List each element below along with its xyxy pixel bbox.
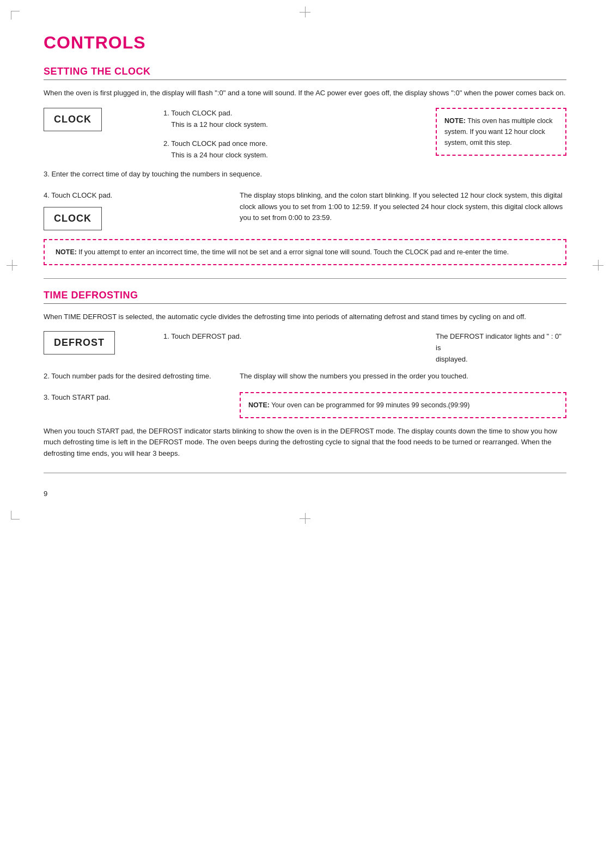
- defrost-note-text: Your oven can be programmed for 99 minut…: [270, 401, 470, 409]
- defrost-step-3-left: 3. Touch START pad.: [44, 392, 229, 408]
- setting-clock-intro: When the oven is first plugged in, the d…: [44, 88, 566, 99]
- clock-steps-1-2-block: CLOCK 1. Touch CLOCK pad. This is a 12 h…: [44, 108, 566, 161]
- clock-step-4-block: 4. Touch CLOCK pad. CLOCK The display st…: [44, 190, 566, 230]
- step-1-line1: Touch CLOCK pad.: [171, 109, 232, 117]
- defrost-step-1-right: The DEFROST indicator lights and " : 0" …: [436, 331, 566, 365]
- defrost-step-3-label: 3. Touch START pad.: [44, 392, 229, 404]
- step-2-text: 2. Touch CLOCK pad once more. This is a …: [163, 138, 425, 161]
- defrost-button: DEFROST: [44, 331, 115, 354]
- step-4-label: 4. Touch CLOCK pad.: [44, 190, 229, 201]
- defrost-button-container: DEFROST: [44, 331, 152, 354]
- defrost-step-1-right-2: displayed.: [436, 355, 468, 363]
- step-2-line2: This is a 24 hour clock system.: [171, 151, 268, 159]
- clock-button-2: CLOCK: [44, 207, 102, 230]
- defrost-step-2-right: The display will show the numbers you pr…: [240, 371, 566, 382]
- time-defrosting-heading: TIME DEFROSTING: [44, 290, 566, 304]
- clock-step-4-left: 4. Touch CLOCK pad. CLOCK: [44, 190, 229, 230]
- clock-note-2-text: If you attempt to enter an incorrect tim…: [77, 248, 509, 256]
- section-divider-2: [44, 473, 566, 473]
- defrost-step-2-right-text: The display will show the numbers you pr…: [240, 371, 566, 382]
- setting-clock-heading: SETTING THE CLOCK: [44, 66, 566, 80]
- step-2-line1: Touch CLOCK pad once more.: [171, 139, 267, 148]
- defrost-step-1-text: 1. Touch DEFROST pad.: [163, 331, 425, 343]
- page-title: CONTROLS: [44, 33, 566, 53]
- clock-note-1-label: NOTE:: [444, 117, 466, 125]
- step-1-text: 1. Touch CLOCK pad. This is a 12 hour cl…: [163, 108, 425, 131]
- defrost-step-1-block: DEFROST 1. Touch DEFROST pad. The DEFROS…: [44, 331, 566, 365]
- defrost-step-2-block: 2. Touch number pads for the desired def…: [44, 371, 566, 387]
- step-1-num: 1.: [163, 109, 169, 117]
- defrost-step-1-action: Touch DEFROST pad.: [171, 332, 241, 340]
- defrost-step-2-left: 2. Touch number pads for the desired def…: [44, 371, 229, 387]
- clock-note-2-label: NOTE:: [56, 248, 77, 256]
- step-3-text: 3. Enter the correct time of day by touc…: [44, 169, 566, 180]
- clock-note-2: NOTE: If you attempt to enter an incorre…: [44, 239, 566, 265]
- defrost-step-3-block: 3. Touch START pad. NOTE: Your oven can …: [44, 392, 566, 418]
- section-divider-1: [44, 278, 566, 279]
- defrost-note-label: NOTE:: [248, 401, 270, 409]
- defrost-step-1-right-1: The DEFROST indicator lights and " : 0" …: [436, 332, 562, 352]
- defrost-step-1-label: 1. Touch DEFROST pad.: [163, 331, 425, 343]
- defrost-step-2-label: 2. Touch number pads for the desired def…: [44, 371, 229, 382]
- page-number: 9: [44, 490, 566, 498]
- clock-note-1-container: NOTE: This oven has multiple clock syste…: [436, 108, 566, 156]
- time-defrosting-intro: When TIME DEFROST is selected, the autom…: [44, 311, 566, 323]
- defrost-note-container: NOTE: Your oven can be programmed for 99…: [240, 392, 566, 418]
- clock-steps-1-2-text: 1. Touch CLOCK pad. This is a 12 hour cl…: [163, 108, 425, 161]
- clock-note-1: NOTE: This oven has multiple clock syste…: [436, 108, 566, 156]
- defrost-closing-text: When you touch START pad, the DEFROST in…: [44, 426, 566, 460]
- step-1-line2: This is a 12 hour clock system.: [171, 120, 268, 129]
- clock-step-4-right: The display stops blinking, and the colo…: [240, 190, 566, 224]
- step-2-num: 2.: [163, 139, 169, 148]
- defrost-step-1-num: 1.: [163, 332, 169, 340]
- clock-button-1-container: CLOCK: [44, 108, 152, 131]
- clock-button-1: CLOCK: [44, 108, 102, 131]
- defrost-note: NOTE: Your oven can be programmed for 99…: [240, 392, 566, 418]
